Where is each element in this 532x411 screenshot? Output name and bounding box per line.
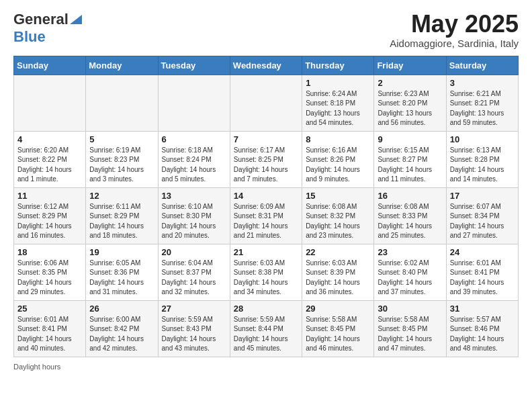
day-info: Sunrise: 6:19 AM Sunset: 8:23 PM Dayligh…: [89, 146, 154, 185]
day-header-wednesday: Wednesday: [230, 56, 302, 75]
day-info: Sunrise: 6:08 AM Sunset: 8:33 PM Dayligh…: [378, 202, 442, 241]
day-info: Sunrise: 6:10 AM Sunset: 8:30 PM Dayligh…: [162, 202, 226, 241]
page: General Blue May 2025 Aidomaggiore, Sard…: [0, 0, 532, 381]
calendar-cell: 11Sunrise: 6:12 AM Sunset: 8:29 PM Dayli…: [14, 187, 86, 244]
day-info: Sunrise: 6:18 AM Sunset: 8:24 PM Dayligh…: [162, 146, 226, 185]
day-info: Sunrise: 5:58 AM Sunset: 8:45 PM Dayligh…: [306, 315, 370, 354]
day-header-tuesday: Tuesday: [158, 56, 230, 75]
logo-blue: Blue: [13, 28, 46, 46]
calendar-cell: [86, 75, 158, 131]
day-header-friday: Friday: [374, 56, 446, 75]
day-number: 29: [306, 304, 370, 314]
day-info: Sunrise: 6:01 AM Sunset: 8:41 PM Dayligh…: [17, 315, 82, 354]
day-number: 30: [378, 304, 442, 314]
day-number: 2: [378, 78, 442, 88]
calendar-cell: 5Sunrise: 6:19 AM Sunset: 8:23 PM Daylig…: [86, 131, 158, 187]
day-number: 18: [17, 247, 82, 257]
day-info: Sunrise: 6:02 AM Sunset: 8:40 PM Dayligh…: [378, 259, 442, 298]
logo-general: General: [13, 11, 69, 28]
week-row-5: 25Sunrise: 6:01 AM Sunset: 8:41 PM Dayli…: [14, 300, 519, 357]
day-info: Sunrise: 6:03 AM Sunset: 8:38 PM Dayligh…: [234, 259, 298, 298]
day-number: 7: [234, 134, 298, 144]
day-info: Sunrise: 6:23 AM Sunset: 8:20 PM Dayligh…: [378, 89, 442, 128]
calendar-cell: 2Sunrise: 6:23 AM Sunset: 8:20 PM Daylig…: [374, 75, 446, 131]
day-number: 16: [378, 191, 442, 201]
day-number: 22: [306, 247, 370, 257]
day-number: 11: [17, 191, 82, 201]
calendar-cell: 8Sunrise: 6:16 AM Sunset: 8:26 PM Daylig…: [302, 131, 374, 187]
day-number: 27: [162, 304, 226, 314]
day-number: 10: [450, 134, 515, 144]
day-info: Sunrise: 6:11 AM Sunset: 8:29 PM Dayligh…: [89, 202, 154, 241]
day-number: 4: [17, 134, 82, 144]
day-info: Sunrise: 6:12 AM Sunset: 8:29 PM Dayligh…: [17, 202, 82, 241]
day-number: 26: [89, 304, 154, 314]
day-number: 23: [378, 247, 442, 257]
day-number: 13: [162, 191, 226, 201]
day-info: Sunrise: 6:06 AM Sunset: 8:35 PM Dayligh…: [17, 259, 82, 298]
day-number: 31: [450, 304, 515, 314]
day-info: Sunrise: 6:13 AM Sunset: 8:28 PM Dayligh…: [450, 146, 515, 185]
day-info: Sunrise: 5:59 AM Sunset: 8:44 PM Dayligh…: [234, 315, 298, 354]
calendar-cell: 27Sunrise: 5:59 AM Sunset: 8:43 PM Dayli…: [158, 300, 230, 357]
calendar-cell: 29Sunrise: 5:58 AM Sunset: 8:45 PM Dayli…: [302, 300, 374, 357]
title-area: May 2025 Aidomaggiore, Sardinia, Italy: [390, 11, 519, 49]
calendar-cell: 16Sunrise: 6:08 AM Sunset: 8:33 PM Dayli…: [374, 187, 446, 244]
day-info: Sunrise: 5:57 AM Sunset: 8:46 PM Dayligh…: [450, 315, 515, 354]
calendar-cell: [14, 75, 86, 131]
header: General Blue May 2025 Aidomaggiore, Sard…: [13, 11, 519, 49]
calendar-cell: 28Sunrise: 5:59 AM Sunset: 8:44 PM Dayli…: [230, 300, 302, 357]
week-row-3: 11Sunrise: 6:12 AM Sunset: 8:29 PM Dayli…: [14, 187, 519, 244]
calendar-cell: 10Sunrise: 6:13 AM Sunset: 8:28 PM Dayli…: [446, 131, 518, 187]
calendar-cell: 24Sunrise: 6:01 AM Sunset: 8:41 PM Dayli…: [446, 244, 518, 300]
month-title: May 2025: [390, 11, 519, 38]
calendar-cell: [230, 75, 302, 131]
day-info: Sunrise: 6:04 AM Sunset: 8:37 PM Dayligh…: [162, 259, 226, 298]
calendar-cell: 22Sunrise: 6:03 AM Sunset: 8:39 PM Dayli…: [302, 244, 374, 300]
calendar-cell: 21Sunrise: 6:03 AM Sunset: 8:38 PM Dayli…: [230, 244, 302, 300]
day-info: Sunrise: 6:05 AM Sunset: 8:36 PM Dayligh…: [89, 259, 154, 298]
day-info: Sunrise: 6:00 AM Sunset: 8:42 PM Dayligh…: [89, 315, 154, 354]
week-row-2: 4Sunrise: 6:20 AM Sunset: 8:22 PM Daylig…: [14, 131, 519, 187]
day-info: Sunrise: 6:07 AM Sunset: 8:34 PM Dayligh…: [450, 202, 515, 241]
day-header-thursday: Thursday: [302, 56, 374, 75]
day-number: 14: [234, 191, 298, 201]
day-number: 21: [234, 247, 298, 257]
day-header-saturday: Saturday: [446, 56, 518, 75]
day-info: Sunrise: 6:09 AM Sunset: 8:31 PM Dayligh…: [234, 202, 298, 241]
day-info: Sunrise: 6:21 AM Sunset: 8:21 PM Dayligh…: [450, 89, 515, 128]
day-number: 20: [162, 247, 226, 257]
day-info: Sunrise: 6:08 AM Sunset: 8:32 PM Dayligh…: [306, 202, 370, 241]
calendar-cell: 15Sunrise: 6:08 AM Sunset: 8:32 PM Dayli…: [302, 187, 374, 244]
day-number: 12: [89, 191, 154, 201]
calendar-cell: 1Sunrise: 6:24 AM Sunset: 8:18 PM Daylig…: [302, 75, 374, 131]
week-row-4: 18Sunrise: 6:06 AM Sunset: 8:35 PM Dayli…: [14, 244, 519, 300]
week-row-1: 1Sunrise: 6:24 AM Sunset: 8:18 PM Daylig…: [14, 75, 519, 131]
day-info: Sunrise: 6:15 AM Sunset: 8:27 PM Dayligh…: [378, 146, 442, 185]
calendar-cell: 4Sunrise: 6:20 AM Sunset: 8:22 PM Daylig…: [14, 131, 86, 187]
day-header-monday: Monday: [86, 56, 158, 75]
day-number: 28: [234, 304, 298, 314]
day-number: 6: [162, 134, 226, 144]
day-info: Sunrise: 6:16 AM Sunset: 8:26 PM Dayligh…: [306, 146, 370, 185]
calendar-cell: 31Sunrise: 5:57 AM Sunset: 8:46 PM Dayli…: [446, 300, 518, 357]
day-number: 5: [89, 134, 154, 144]
daylight-label: Daylight hours: [13, 363, 60, 371]
day-info: Sunrise: 6:24 AM Sunset: 8:18 PM Dayligh…: [306, 89, 370, 128]
day-number: 24: [450, 247, 515, 257]
calendar-cell: 13Sunrise: 6:10 AM Sunset: 8:30 PM Dayli…: [158, 187, 230, 244]
day-number: 17: [450, 191, 515, 201]
calendar-cell: 17Sunrise: 6:07 AM Sunset: 8:34 PM Dayli…: [446, 187, 518, 244]
day-header-sunday: Sunday: [14, 56, 86, 75]
day-number: 8: [306, 134, 370, 144]
logo-icon: [70, 12, 82, 24]
day-number: 3: [450, 78, 515, 88]
calendar-cell: 14Sunrise: 6:09 AM Sunset: 8:31 PM Dayli…: [230, 187, 302, 244]
calendar-cell: 3Sunrise: 6:21 AM Sunset: 8:21 PM Daylig…: [446, 75, 518, 131]
calendar-cell: 25Sunrise: 6:01 AM Sunset: 8:41 PM Dayli…: [14, 300, 86, 357]
location-subtitle: Aidomaggiore, Sardinia, Italy: [390, 38, 519, 49]
day-info: Sunrise: 6:01 AM Sunset: 8:41 PM Dayligh…: [450, 259, 515, 298]
calendar-cell: 30Sunrise: 5:58 AM Sunset: 8:45 PM Dayli…: [374, 300, 446, 357]
calendar-cell: 6Sunrise: 6:18 AM Sunset: 8:24 PM Daylig…: [158, 131, 230, 187]
day-number: 19: [89, 247, 154, 257]
